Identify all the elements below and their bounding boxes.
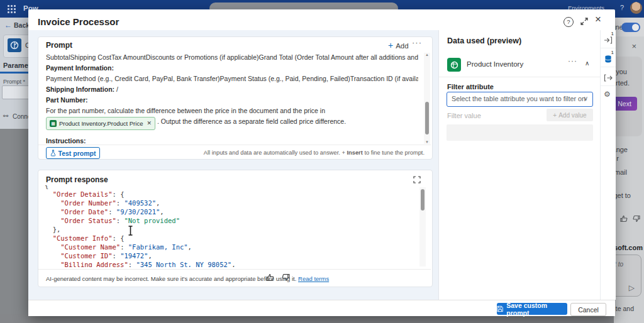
connection-icon: ⚯ bbox=[3, 112, 8, 119]
dialog-help-icon[interactable]: ? bbox=[564, 17, 574, 27]
remove-tag-icon[interactable]: ✕ bbox=[147, 118, 152, 129]
prompt-line: Instructions: bbox=[46, 136, 418, 145]
thumbs-up-icon[interactable] bbox=[620, 215, 628, 222]
copilot-text: get to bbox=[613, 192, 631, 199]
prompt-response-card: Prompt response { "Order Details": { "Or… bbox=[38, 170, 433, 287]
filter-attribute-select[interactable]: Select the table attribute you want to f… bbox=[447, 92, 593, 107]
prompt-card-footer: Test prompt All inputs and data are auto… bbox=[38, 145, 431, 159]
filter-value-label: Filter value bbox=[447, 112, 481, 119]
filter-attribute-label: Filter attribute bbox=[447, 83, 494, 90]
data-source-row[interactable]: Product Inventory ··· ∧ bbox=[439, 53, 601, 77]
copilot-text: r bbox=[616, 155, 619, 162]
screen: Pow Environments ? ← Back Create Paramet… bbox=[0, 0, 644, 323]
cancel-button[interactable]: Cancel bbox=[570, 303, 606, 316]
data-source-more-icon[interactable]: ··· bbox=[568, 57, 577, 65]
dialog-expand-icon[interactable] bbox=[580, 17, 589, 26]
read-terms-link[interactable]: Read terms bbox=[298, 275, 329, 282]
prompt-field-label: Prompt * bbox=[3, 79, 25, 85]
output-rail-icon[interactable] bbox=[604, 74, 613, 82]
prompt-card-title: Prompt bbox=[46, 41, 72, 50]
dialog-close-icon[interactable]: × bbox=[595, 13, 601, 26]
dialog-title: Invoice Processor bbox=[38, 16, 119, 27]
prompt-text[interactable]: SubtotalShipping CostTax AmountDiscounts… bbox=[46, 52, 418, 145]
copilot-card-text: you bbox=[616, 68, 627, 75]
dropdown-chevron-icon: ∨ bbox=[584, 95, 588, 102]
help-icon[interactable]: ? bbox=[620, 4, 624, 11]
code-line: "Order Date": "9/30/2021", bbox=[45, 207, 416, 216]
prompt-line: Payment Information: bbox=[46, 63, 418, 74]
response-code[interactable]: { "Order Details": { "Order Number": "40… bbox=[45, 185, 416, 267]
avatar[interactable] bbox=[630, 2, 642, 14]
code-line: "Billing Address": "345 North St, NY 980… bbox=[45, 260, 416, 267]
save-icon bbox=[497, 305, 503, 312]
input-rail-icon[interactable] bbox=[604, 36, 613, 45]
back-arrow-icon[interactable]: ← bbox=[4, 21, 12, 30]
prompt-line: SubtotalShipping CostTax AmountDiscounts… bbox=[46, 52, 418, 63]
thumbs-down-icon[interactable] bbox=[633, 215, 640, 222]
prompt-hint: All inputs and data are automatically us… bbox=[204, 150, 425, 156]
data-reference-tag[interactable]: ▦Product Inventory.Product Price✕ bbox=[46, 117, 155, 130]
collapse-chevron-icon[interactable]: ∧ bbox=[585, 60, 589, 67]
app-launcher-icon[interactable] bbox=[8, 5, 16, 13]
database-rail-icon[interactable] bbox=[604, 55, 613, 63]
settings-gear-icon[interactable]: ⚙ bbox=[604, 90, 611, 99]
add-button[interactable]: +Add bbox=[388, 40, 409, 50]
prompt-line: Part Number: bbox=[46, 95, 418, 106]
invoice-processor-dialog: Invoice Processor ? × Prompt +Add ··· Su… bbox=[28, 9, 615, 315]
prompt-line: For the part number, calculate the diffe… bbox=[46, 106, 418, 130]
table-chip-icon: ▦ bbox=[50, 120, 57, 127]
data-source-label: Product Inventory bbox=[467, 60, 523, 68]
canvas-background bbox=[0, 129, 29, 323]
copilot-footer-text: te and bbox=[616, 305, 634, 312]
code-line: "Order Number": "409532", bbox=[45, 199, 416, 207]
code-line: "Customer Name": "Fabrikam, Inc", bbox=[45, 243, 416, 251]
table-icon bbox=[447, 58, 461, 72]
copilot-close-icon[interactable]: × bbox=[631, 41, 636, 51]
code-line: "Order Status": "Not provided" bbox=[45, 216, 416, 225]
text-cursor bbox=[128, 226, 133, 236]
code-line: { bbox=[45, 185, 416, 190]
response-card-title: Prompt response bbox=[46, 175, 108, 184]
filter-attribute-placeholder: Select the table attribute you want to f… bbox=[452, 95, 586, 102]
plus-icon: + bbox=[388, 40, 393, 50]
test-prompt-button[interactable]: Test prompt bbox=[46, 147, 100, 159]
data-used-title: Data used (preview) bbox=[447, 36, 521, 45]
copilot-input-placeholder: t to bbox=[614, 261, 623, 268]
designer-toggle[interactable] bbox=[621, 23, 640, 32]
code-line: "Customer Info": { bbox=[45, 234, 416, 243]
response-footer: AI-generated content may be incorrect. M… bbox=[38, 269, 431, 287]
thumbs-up-icon[interactable] bbox=[266, 273, 274, 282]
action-card-icon bbox=[8, 38, 21, 52]
side-icon-rail: 1 1 ⚙ bbox=[600, 30, 616, 300]
prompt-more-icon[interactable]: ··· bbox=[412, 38, 422, 47]
prompt-line: Shipping Information: / bbox=[46, 84, 418, 95]
dialog-footer: Save custom prompt Cancel bbox=[28, 300, 615, 316]
code-line: }, bbox=[45, 225, 416, 234]
copilot-text: mail bbox=[614, 168, 627, 176]
prompt-line: Payment Method (e.g., Credit Card, PayPa… bbox=[46, 74, 418, 84]
prompt-scrollbar[interactable]: ▲ ▼ bbox=[424, 53, 430, 144]
send-icon[interactable]: ▷ bbox=[629, 283, 635, 292]
beaker-icon bbox=[50, 150, 56, 156]
code-line: "Order Details": { bbox=[45, 190, 416, 199]
data-used-panel: Data used (preview) Product Inventory ··… bbox=[438, 30, 601, 300]
response-scrollbar[interactable] bbox=[419, 187, 426, 266]
thumbs-down-icon[interactable] bbox=[282, 273, 290, 282]
prompt-card: Prompt +Add ··· SubtotalShipping CostTax… bbox=[38, 36, 433, 160]
tag-label: Product Inventory.Product Price bbox=[59, 118, 143, 129]
back-button[interactable]: Back bbox=[14, 21, 30, 29]
filter-value-input-disabled bbox=[447, 124, 593, 141]
response-fullscreen-icon[interactable] bbox=[413, 176, 421, 183]
add-value-button[interactable]: +Add value bbox=[547, 109, 593, 121]
save-custom-prompt-button[interactable]: Save custom prompt bbox=[497, 303, 567, 315]
next-button[interactable]: Next bbox=[612, 97, 637, 111]
code-line: "Customer ID": "19472", bbox=[45, 251, 416, 260]
